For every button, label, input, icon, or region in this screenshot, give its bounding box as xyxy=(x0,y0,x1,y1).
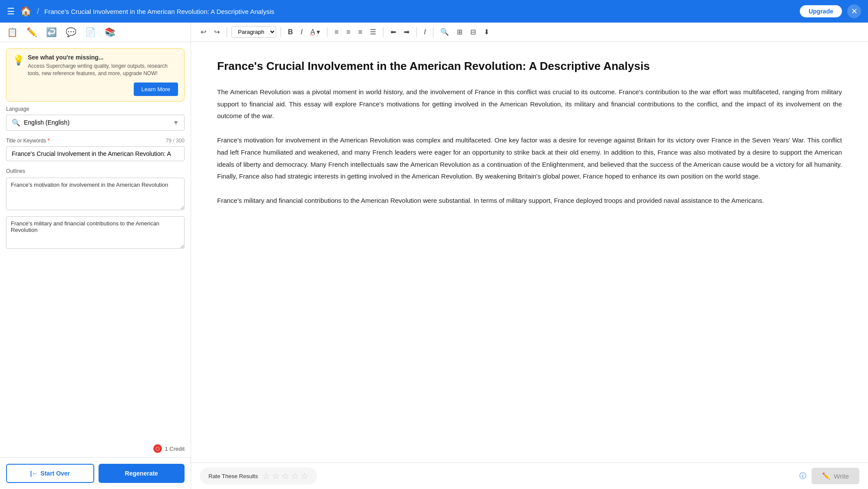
redo-toolbar-button[interactable]: ↪ xyxy=(211,26,222,38)
sidebar-form: Language 🔍 English (English) ▼ Title or … xyxy=(0,106,191,443)
regenerate-button[interactable]: Regenerate xyxy=(99,464,185,483)
help-icon[interactable]: ⓘ xyxy=(799,472,806,481)
outlines-label: Outlines xyxy=(6,168,185,174)
credit-icon: ⬡ xyxy=(153,444,162,453)
write-label: Write xyxy=(834,472,849,480)
chevron-down-icon: ▼ xyxy=(173,119,179,126)
sidebar-toolbar: 📋 ✏️ ↩️ 💬 📄 📚 xyxy=(0,23,191,42)
breadcrumb-separator: / xyxy=(37,7,39,16)
credits-label: 1 Credit xyxy=(165,446,185,452)
toolbar-divider-3 xyxy=(327,27,327,37)
banner-text: Access Supercharge writing quality, long… xyxy=(28,63,178,77)
paragraph-style-select[interactable]: Paragraph xyxy=(231,26,276,38)
start-over-arrow-icon: |← xyxy=(30,470,38,477)
start-over-button[interactable]: |← Start Over xyxy=(6,464,94,483)
language-label: Language xyxy=(6,106,185,112)
page-title: France's Crucial Involvement in the Amer… xyxy=(44,8,795,15)
columns-button[interactable]: ⊟ xyxy=(468,26,479,38)
align-right-button[interactable]: ≡ xyxy=(356,26,365,38)
learn-more-button[interactable]: Learn More xyxy=(134,83,178,96)
title-keywords-label: Title or Keywords * 79 / 300 xyxy=(6,138,185,144)
star-1[interactable]: ☆ xyxy=(262,471,270,481)
title-keywords-input[interactable]: France's Crucial Involvement in the Amer… xyxy=(6,146,185,161)
document-paragraph-3: France's military and financial contribu… xyxy=(217,195,842,207)
editor-content: France's Crucial Involvement in the Amer… xyxy=(191,42,868,463)
toolbar-divider-6 xyxy=(433,27,433,37)
download-button[interactable]: ⬇ xyxy=(481,26,492,38)
bold-button[interactable]: B xyxy=(285,26,296,38)
align-justify-button[interactable]: ☰ xyxy=(367,26,379,38)
bulb-icon: 💡 xyxy=(13,55,24,66)
sidebar-bottom-buttons: |← Start Over Regenerate xyxy=(0,457,191,489)
banner-title: See what you're missing... xyxy=(28,54,178,61)
text-color-button[interactable]: A ▾ xyxy=(308,26,323,38)
indent-button[interactable]: ➡ xyxy=(401,26,412,38)
document-icon[interactable]: 📄 xyxy=(85,27,96,37)
star-rating[interactable]: ☆ ☆ ☆ ☆ ☆ xyxy=(262,471,308,481)
outlines-group: Outlines France's motivation for involve… xyxy=(6,168,185,255)
credits-row: ⬡ 1 Credit xyxy=(0,443,191,457)
editor-main-toolbar: ↩ ↪ Paragraph B I A ▾ ≡ ≡ ≡ ☰ ⬅ ➡ I 🔍 ⊞ … xyxy=(191,23,868,42)
copy-icon[interactable]: 📋 xyxy=(7,27,18,37)
toolbar-divider-4 xyxy=(383,27,383,37)
align-left-button[interactable]: ≡ xyxy=(332,26,341,38)
align-center-button[interactable]: ≡ xyxy=(344,26,353,38)
language-select[interactable]: 🔍 English (English) ▼ xyxy=(6,115,185,131)
undo-icon[interactable]: ↩️ xyxy=(46,27,57,37)
star-5[interactable]: ☆ xyxy=(300,471,308,481)
editor-area: ↩ ↪ Paragraph B I A ▾ ≡ ≡ ≡ ☰ ⬅ ➡ I 🔍 ⊞ … xyxy=(191,23,868,489)
comment-icon[interactable]: 💬 xyxy=(66,27,76,37)
start-over-label: Start Over xyxy=(40,470,70,477)
star-2[interactable]: ☆ xyxy=(272,471,280,481)
rate-label: Rate These Results xyxy=(208,473,258,479)
outdent-button[interactable]: ⬅ xyxy=(388,26,399,38)
star-4[interactable]: ☆ xyxy=(291,471,299,481)
toolbar-divider-1 xyxy=(227,27,227,37)
outline-textarea-1[interactable]: France's motivation for involvement in t… xyxy=(6,178,185,210)
document-paragraph-2: France's motivation for involvement in t… xyxy=(217,134,842,182)
table-button[interactable]: ⊞ xyxy=(454,26,465,38)
title-keywords-group: Title or Keywords * 79 / 300 France's Cr… xyxy=(6,138,185,161)
star-3[interactable]: ☆ xyxy=(281,471,289,481)
toolbar-divider-5 xyxy=(416,27,417,37)
close-button[interactable]: ✕ xyxy=(847,4,861,18)
editor-bottom-bar: Rate These Results ☆ ☆ ☆ ☆ ☆ ⓘ ✏️ Write xyxy=(191,463,868,489)
outline-textarea-2[interactable]: France's military and financial contribu… xyxy=(6,216,185,249)
search-toolbar-button[interactable]: 🔍 xyxy=(438,26,452,38)
search-icon: 🔍 xyxy=(12,119,20,127)
language-group: Language 🔍 English (English) ▼ xyxy=(6,106,185,131)
edit-icon[interactable]: ✏️ xyxy=(26,27,37,37)
upgrade-banner: 💡 See what you're missing... Access Supe… xyxy=(6,48,185,102)
italic-button[interactable]: I xyxy=(298,26,305,38)
toolbar-divider-2 xyxy=(281,27,281,37)
main-layout: 📋 ✏️ ↩️ 💬 📄 📚 💡 See what you're missing.… xyxy=(0,23,868,489)
hamburger-menu-icon[interactable]: ☰ xyxy=(7,6,15,17)
italic-style-button[interactable]: I xyxy=(421,26,428,38)
write-button[interactable]: ✏️ Write xyxy=(812,468,859,484)
library-icon[interactable]: 📚 xyxy=(105,27,116,37)
left-sidebar: 📋 ✏️ ↩️ 💬 📄 📚 💡 See what you're missing.… xyxy=(0,23,191,489)
rate-results-panel: Rate These Results ☆ ☆ ☆ ☆ ☆ xyxy=(200,467,317,485)
write-icon: ✏️ xyxy=(822,472,830,480)
language-value: English (English) xyxy=(24,119,169,126)
char-count: 79 / 300 xyxy=(166,138,185,144)
top-nav: ☰ 🏠 / France's Crucial Involvement in th… xyxy=(0,0,868,23)
upgrade-button[interactable]: Upgrade xyxy=(800,5,842,17)
home-icon[interactable]: 🏠 xyxy=(20,6,32,17)
undo-toolbar-button[interactable]: ↩ xyxy=(198,26,209,38)
document-title: France's Crucial Involvement in the Amer… xyxy=(217,59,842,74)
document-paragraph-1: The American Revolution was a pivotal mo… xyxy=(217,86,842,122)
required-indicator: * xyxy=(48,138,50,144)
